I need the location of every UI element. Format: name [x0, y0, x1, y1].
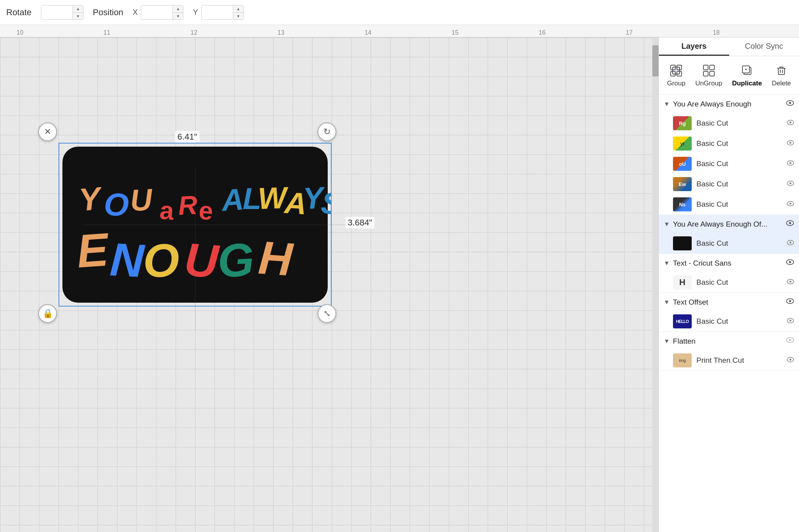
y-down-btn[interactable]: ▼ — [233, 12, 243, 20]
layer-item[interactable]: Basic Cut — [659, 233, 799, 254]
layer-group-4: ▼FlattenimgPrint Then Cut — [659, 332, 799, 371]
chevron-icon: ▼ — [664, 299, 670, 306]
layer-group-2: ▼Text - Cricut SansHBasic Cut — [659, 254, 799, 293]
visibility-icon[interactable] — [786, 297, 794, 307]
chevron-icon: ▼ — [664, 338, 670, 345]
layer-thumbnail — [673, 236, 692, 250]
delete-icon — [774, 63, 789, 78]
visibility-icon[interactable] — [786, 99, 794, 109]
svg-point-52 — [789, 261, 791, 263]
layer-item-name: Basic Cut — [696, 278, 782, 287]
x-input[interactable]: 10.863 ▲ ▼ — [141, 5, 183, 20]
group-icon — [669, 63, 684, 78]
ruler-tick: 15 — [451, 29, 538, 37]
svg-rect-23 — [673, 67, 680, 74]
chevron-icon: ▼ — [664, 221, 670, 228]
layer-visibility-icon[interactable] — [787, 159, 794, 169]
width-label: 6.41" — [175, 131, 200, 143]
vertical-scrollbar[interactable] — [652, 37, 659, 532]
layer-item[interactable]: EwBasic Cut — [659, 174, 799, 194]
svg-point-48 — [789, 222, 791, 224]
ruler-tick: 16 — [538, 29, 625, 37]
layer-item-name: Basic Cut — [696, 200, 782, 209]
crosshair-vertical — [195, 167, 195, 331]
duplicate-button[interactable]: Duplicate — [727, 61, 767, 90]
svg-point-60 — [789, 339, 791, 341]
visibility-icon[interactable] — [786, 219, 794, 229]
rotate-up-btn[interactable]: ▲ — [73, 5, 83, 12]
group-name: You Are Always Enough Of... — [673, 220, 783, 229]
visibility-icon[interactable] — [786, 336, 794, 346]
layer-thumbnail: Rg — [673, 116, 692, 130]
layer-thumbnail: HELLO — [673, 314, 692, 328]
layer-item[interactable]: RgBasic Cut — [659, 113, 799, 133]
delete-button[interactable]: Delete — [767, 61, 795, 90]
group-header-1[interactable]: ▼You Are Always Enough Of... — [659, 215, 799, 233]
ruler-tick: 18 — [712, 29, 799, 37]
layer-item-name: Basic Cut — [696, 239, 782, 248]
layer-item[interactable]: HBasic Cut — [659, 272, 799, 293]
position-label: Position — [93, 7, 123, 18]
ungroup-button[interactable]: UnGroup — [691, 61, 727, 90]
x-down-btn[interactable]: ▼ — [173, 12, 183, 20]
handle-lock[interactable]: 🔒 — [38, 304, 57, 323]
layer-item-name: Basic Cut — [696, 139, 782, 148]
layers-list[interactable]: ▼You Are Always EnoughRgBasic CutylBasic… — [659, 95, 799, 532]
scrollbar-thumb[interactable] — [652, 45, 659, 76]
group-name: You Are Always Enough — [673, 100, 783, 108]
panel-toolbar: Group UnGroup — [659, 56, 799, 95]
svg-point-54 — [790, 280, 792, 282]
height-label: 3.684" — [345, 217, 375, 229]
svg-rect-25 — [710, 65, 714, 70]
layer-item[interactable]: oUBasic Cut — [659, 154, 799, 174]
handle-scale[interactable]: ⤡ — [318, 304, 336, 323]
handle-rotate[interactable]: ↻ — [318, 122, 336, 141]
x-field: X 10.863 ▲ ▼ — [133, 5, 183, 20]
layer-visibility-icon[interactable] — [787, 179, 794, 189]
rotate-down-btn[interactable]: ▼ — [73, 12, 83, 20]
rotate-value[interactable]: 0 — [41, 5, 73, 20]
layer-item[interactable]: NsBasic Cut — [659, 194, 799, 215]
selection-container: Y O U a R e A L — [35, 119, 339, 326]
layer-item[interactable]: ylBasic Cut — [659, 133, 799, 154]
y-field: Y 1.972 ▲ ▼ — [193, 5, 243, 20]
group-button[interactable]: Group — [662, 61, 690, 90]
layer-thumbnail: img — [673, 353, 692, 367]
rotate-input[interactable]: 0 ▲ ▼ — [41, 5, 83, 20]
layer-visibility-icon[interactable] — [787, 139, 794, 149]
layer-visibility-icon[interactable] — [787, 119, 794, 128]
group-header-0[interactable]: ▼You Are Always Enough — [659, 95, 799, 113]
group-name: Text - Cricut Sans — [673, 259, 783, 268]
svg-point-44 — [790, 182, 792, 184]
tab-layers[interactable]: Layers — [659, 37, 729, 56]
x-up-btn[interactable]: ▲ — [173, 5, 183, 12]
layer-item-name: Basic Cut — [696, 180, 782, 188]
selection-box — [59, 143, 332, 307]
layer-item[interactable]: imgPrint Then Cut — [659, 350, 799, 371]
group-header-3[interactable]: ▼Text Offset — [659, 293, 799, 311]
layer-visibility-icon[interactable] — [787, 278, 794, 287]
layer-thumbnail: Ns — [673, 197, 692, 211]
layer-group-3: ▼Text OffsetHELLOBasic Cut — [659, 293, 799, 332]
layer-visibility-icon[interactable] — [787, 239, 794, 248]
canvas-area[interactable]: Y O U a R e A L — [0, 37, 659, 532]
group-header-4[interactable]: ▼Flatten — [659, 332, 799, 350]
layer-item-name: Print Then Cut — [696, 356, 782, 365]
group-header-2[interactable]: ▼Text - Cricut Sans — [659, 254, 799, 272]
handle-close[interactable]: ✕ — [38, 122, 57, 141]
layer-thumbnail: Ew — [673, 177, 692, 191]
y-value[interactable]: 1.972 — [202, 5, 233, 20]
duplicate-icon — [740, 63, 755, 78]
layer-item[interactable]: HELLOBasic Cut — [659, 311, 799, 332]
layer-visibility-icon[interactable] — [787, 200, 794, 209]
layer-visibility-icon[interactable] — [787, 317, 794, 326]
y-input[interactable]: 1.972 ▲ ▼ — [201, 5, 244, 20]
visibility-icon[interactable] — [786, 258, 794, 268]
ruler-tick: 13 — [277, 29, 364, 37]
tab-color-sync[interactable]: Color Sync — [729, 37, 799, 56]
svg-point-58 — [790, 319, 792, 321]
y-up-btn[interactable]: ▲ — [233, 5, 243, 12]
layer-visibility-icon[interactable] — [787, 356, 794, 365]
duplicate-label: Duplicate — [732, 80, 762, 87]
x-value[interactable]: 10.863 — [141, 5, 172, 20]
